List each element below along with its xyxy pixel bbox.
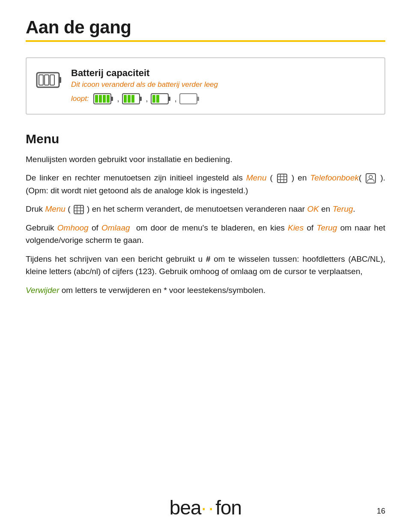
svg-rect-15 bbox=[128, 95, 131, 103]
logo-dots: ·· bbox=[201, 497, 216, 519]
svg-rect-23 bbox=[277, 174, 287, 183]
svg-rect-9 bbox=[99, 95, 102, 103]
battery-section: Batterij capaciteit Dit icoon veranderd … bbox=[26, 57, 385, 115]
battery-loopt-label: loopt: bbox=[71, 95, 89, 103]
svg-rect-8 bbox=[95, 95, 98, 103]
verwijder-label: Verwijder bbox=[26, 286, 60, 295]
svg-rect-14 bbox=[124, 95, 127, 103]
battery-icons-row: loopt: , bbox=[71, 93, 372, 104]
battery-stage-empty bbox=[179, 93, 200, 104]
battery-title: Batterij capaciteit bbox=[71, 68, 372, 79]
svg-rect-7 bbox=[111, 97, 113, 101]
battery-content: Batterij capaciteit Dit icoon veranderd … bbox=[71, 68, 372, 104]
svg-rect-19 bbox=[152, 95, 155, 103]
telefoonboek-label-orange: Telefoonboek bbox=[310, 173, 359, 182]
svg-rect-22 bbox=[197, 97, 199, 101]
menu-para-6: Verwijder om letters te verwijderen en *… bbox=[26, 284, 385, 296]
menu-section: Menu Menulijsten worden gebruikt voor in… bbox=[26, 132, 385, 296]
page-number: 16 bbox=[377, 507, 385, 516]
kies-label: Kies bbox=[288, 223, 304, 232]
person-icon bbox=[366, 173, 376, 183]
footer: bea··fon bbox=[0, 496, 411, 519]
menu-label-orange: Menu bbox=[246, 173, 267, 182]
menu-para-3: Druk Menu ( ) en het scherm verandert, d… bbox=[26, 203, 385, 215]
svg-rect-10 bbox=[103, 95, 106, 103]
menu-grid-icon-2 bbox=[74, 205, 84, 214]
title-underline bbox=[26, 40, 385, 42]
svg-rect-20 bbox=[156, 95, 159, 103]
logo-bea: bea bbox=[170, 497, 201, 519]
svg-rect-18 bbox=[168, 97, 170, 101]
svg-rect-30 bbox=[74, 205, 83, 214]
svg-rect-11 bbox=[107, 95, 110, 103]
battery-stage-full bbox=[93, 93, 114, 104]
menu-section-title: Menu bbox=[26, 132, 385, 146]
battery-large-icon bbox=[36, 69, 62, 92]
svg-rect-21 bbox=[180, 94, 197, 104]
terug-label-2: Terug bbox=[317, 223, 337, 232]
terug-label-1: Terug bbox=[333, 204, 353, 213]
menu-grid-icon bbox=[277, 174, 287, 183]
footer-logo: bea··fon bbox=[170, 496, 241, 519]
svg-rect-16 bbox=[131, 95, 134, 103]
omhoog-label: Omhoog bbox=[57, 223, 89, 232]
omlaag-label: Omlaag bbox=[101, 223, 130, 232]
page-title: Aan de gang bbox=[26, 17, 385, 38]
menu-para-4: Gebruik Omhoog of Omlaag om door de menu… bbox=[26, 222, 385, 247]
battery-stage-three bbox=[122, 93, 143, 104]
menu-para-1: Menulijsten worden gebruikt voor install… bbox=[26, 153, 385, 166]
druk-menu-label: Menu bbox=[45, 204, 66, 213]
menu-para-5: Tijdens het schrijven van een bericht ge… bbox=[26, 253, 385, 278]
svg-rect-1 bbox=[59, 77, 61, 83]
battery-description: Dit icoon veranderd als de batterij verd… bbox=[71, 80, 372, 89]
menu-para-2: De linker en rechter menutoetsen zijn in… bbox=[26, 171, 385, 197]
logo-fon: fon bbox=[215, 497, 241, 519]
ok-label: OK bbox=[307, 204, 319, 213]
svg-rect-13 bbox=[140, 97, 142, 101]
battery-stage-two bbox=[151, 93, 171, 104]
